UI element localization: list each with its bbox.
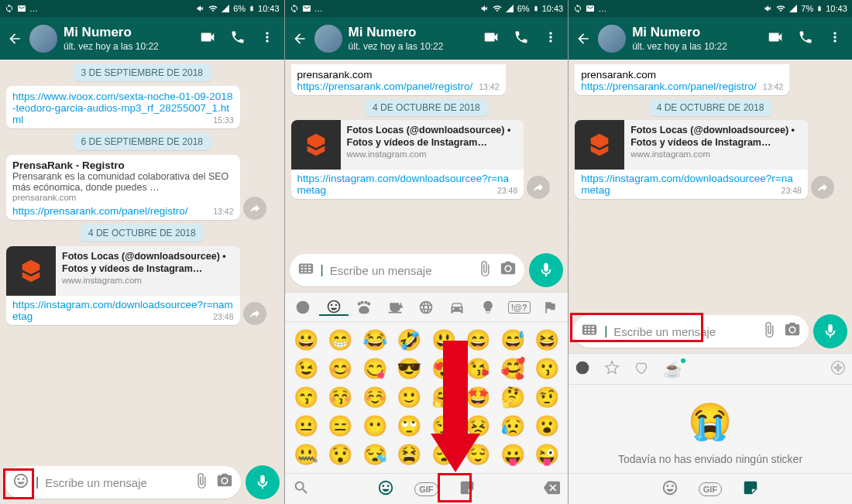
emoji-cell[interactable]: 🤩 [463, 386, 493, 410]
mic-button[interactable] [813, 314, 847, 348]
voice-call-button[interactable] [798, 29, 813, 48]
backspace-icon[interactable] [543, 479, 560, 499]
emoji-cell[interactable]: 😜 [532, 443, 562, 467]
emoji-cell[interactable]: 😍 [428, 357, 458, 381]
emoji-cell[interactable]: 😂 [359, 328, 389, 352]
emoji-cell[interactable]: 😗 [532, 357, 562, 381]
forward-button[interactable] [243, 197, 266, 220]
video-call-button[interactable] [199, 29, 216, 49]
switch-sticker[interactable] [459, 479, 476, 499]
contact-title-block[interactable]: Mi Numero últ. vez hoy a las 10:22 [64, 25, 193, 52]
chat-scroll[interactable]: 3 DE SEPTIEMBRE DE 2018 https://www.ivoo… [0, 60, 284, 461]
emoji-cell[interactable]: 😆 [532, 328, 562, 352]
keyboard-icon[interactable] [581, 321, 598, 341]
tab-symbols[interactable]: !@? [504, 301, 534, 314]
emoji-cell[interactable]: 🤣 [394, 328, 424, 352]
message-input[interactable]: |Escribe un mensaje [290, 254, 525, 286]
mic-button[interactable] [529, 253, 563, 287]
emoji-cell[interactable]: 😁 [325, 328, 355, 352]
emoji-cell[interactable]: 😚 [325, 386, 355, 410]
avatar[interactable] [29, 25, 57, 53]
emoji-cell[interactable]: 😮 [532, 414, 562, 438]
switch-emoji[interactable] [661, 479, 679, 499]
emoji-icon[interactable] [12, 472, 29, 492]
forward-button[interactable] [243, 302, 266, 325]
emoji-cell[interactable]: 😘 [463, 357, 493, 381]
tab-recent[interactable] [288, 300, 318, 315]
tab-cuppy-pack[interactable]: ☕ [663, 360, 682, 379]
tab-travel[interactable] [442, 300, 472, 315]
emoji-cell[interactable]: 😋 [359, 357, 389, 381]
avatar[interactable] [314, 25, 342, 53]
attach-icon[interactable] [193, 472, 210, 492]
message-input[interactable]: |Escribe un mensaje [5, 466, 241, 499]
add-stickers-button[interactable] [830, 360, 846, 379]
back-button[interactable] [291, 31, 308, 46]
back-button[interactable] [575, 31, 592, 46]
tab-heart-stickers[interactable] [634, 360, 649, 379]
emoji-cell[interactable]: 🙂 [394, 386, 424, 410]
keyboard-icon[interactable] [297, 260, 314, 280]
menu-button[interactable] [259, 29, 275, 48]
emoji-cell[interactable]: 😃 [428, 328, 458, 352]
message-bubble[interactable]: Fotos Locas (@downloadsourcee) • Fotos y… [575, 120, 808, 199]
emoji-cell[interactable]: 🤨 [532, 386, 562, 410]
message-bubble[interactable]: Fotos Locas (@downloadsourcee) • Fotos y… [6, 246, 240, 325]
chat-scroll[interactable]: prensarank.com https://prensarank.com/pa… [285, 60, 569, 249]
search-icon[interactable] [293, 479, 310, 499]
video-call-button[interactable] [483, 29, 500, 49]
tab-animals[interactable] [350, 300, 380, 315]
emoji-grid[interactable]: 😀😁😂🤣😃😄😅😆😉😊😋😎😍😘🥰😗😙😚☺️🙂🤗🤩🤔🤨😐😑😶🙄😏😣😥😮🤐😯😪😫😴😌😛… [285, 322, 569, 473]
switch-gif[interactable]: GIF [414, 482, 438, 496]
emoji-cell[interactable]: 🤗 [428, 386, 458, 410]
tab-food[interactable] [380, 300, 410, 315]
emoji-cell[interactable]: 😊 [325, 357, 355, 381]
emoji-cell[interactable]: 😙 [291, 386, 321, 410]
video-call-button[interactable] [767, 29, 784, 49]
message-bubble[interactable]: Fotos Locas (@downloadsourcee) • Fotos y… [291, 120, 524, 199]
tab-activity[interactable] [411, 300, 441, 315]
emoji-cell[interactable]: 😀 [291, 328, 321, 352]
menu-button[interactable] [543, 29, 558, 48]
tab-smileys[interactable] [319, 299, 349, 316]
switch-gif[interactable]: GIF [699, 482, 722, 496]
emoji-cell[interactable]: 😪 [359, 443, 389, 467]
attach-icon[interactable] [761, 321, 778, 341]
emoji-cell[interactable]: 😌 [463, 443, 493, 467]
emoji-cell[interactable]: 😅 [497, 328, 527, 352]
emoji-cell[interactable]: 😯 [325, 443, 355, 467]
camera-icon[interactable] [500, 260, 517, 280]
tab-favorite-stickers[interactable] [604, 360, 620, 379]
emoji-cell[interactable]: 😄 [463, 328, 493, 352]
forward-button[interactable] [811, 176, 834, 199]
emoji-cell[interactable]: 😫 [394, 443, 424, 467]
emoji-cell[interactable]: 😑 [325, 414, 355, 438]
tab-flags[interactable] [535, 300, 565, 315]
switch-emoji[interactable] [377, 479, 394, 499]
back-button[interactable] [6, 31, 23, 46]
message-bubble[interactable]: prensarank.com https://prensarank.com/pa… [291, 64, 506, 95]
message-bubble[interactable]: PrensaRank - Registro Prensarank es la c… [6, 155, 240, 220]
forward-button[interactable] [527, 176, 550, 199]
menu-button[interactable] [827, 29, 843, 48]
emoji-cell[interactable]: 😥 [497, 414, 527, 438]
camera-icon[interactable] [784, 321, 801, 341]
emoji-cell[interactable]: 😛 [497, 443, 527, 467]
message-bubble[interactable]: https://www.ivoox.com/sexta-noche-01-09-… [6, 86, 240, 129]
emoji-cell[interactable]: 😶 [359, 414, 389, 438]
emoji-cell[interactable]: 😴 [428, 443, 458, 467]
message-input[interactable]: |Escribe un mensaje [573, 315, 809, 348]
emoji-cell[interactable]: 😣 [463, 414, 493, 438]
emoji-cell[interactable]: 😐 [291, 414, 321, 438]
voice-call-button[interactable] [514, 29, 529, 48]
emoji-cell[interactable]: 🤐 [291, 443, 321, 467]
tab-recent-stickers[interactable] [575, 360, 590, 379]
switch-sticker[interactable] [742, 479, 759, 499]
emoji-cell[interactable]: 🙄 [394, 414, 424, 438]
chat-scroll[interactable]: prensarank.com https://prensarank.com/pa… [569, 60, 852, 310]
tab-objects[interactable] [473, 300, 503, 315]
emoji-cell[interactable]: ☺️ [359, 386, 389, 410]
emoji-cell[interactable]: 😏 [428, 414, 458, 438]
attach-icon[interactable] [476, 260, 493, 280]
avatar[interactable] [598, 25, 626, 53]
